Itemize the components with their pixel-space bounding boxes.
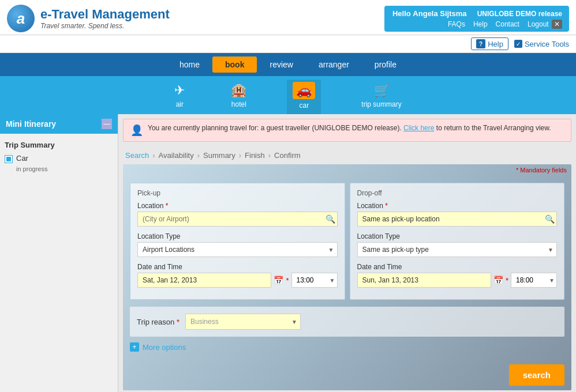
pickup-date-input[interactable] [137,273,271,288]
sub-nav-trip-summary-label: trip summary [361,100,401,108]
user-name: Angela Sijtsma [413,9,466,18]
hotel-icon: 🏨 [231,83,246,98]
trip-reason-area: Trip reason * Business Personal Conferen… [130,307,564,337]
checkbox-indicator [6,157,11,161]
breadcrumb-search[interactable]: Search [125,151,149,160]
logout-x-icon: ✕ [552,20,562,29]
dropoff-location-type-group: Location Type Same as pick-up type Airpo… [357,232,558,257]
breadcrumb-availability: Availability [159,151,194,160]
pickup-section-title: Pick-up [137,189,338,197]
contact-link[interactable]: Contact [496,20,519,28]
trip-reason-select-wrap: Business Personal Conference [185,314,301,330]
dropoff-location-required: * [385,202,388,210]
car-label: Car [16,154,28,163]
trip-reason-row: Trip reason * Business Personal Conferen… [137,314,558,330]
car-checkbox[interactable] [5,155,13,163]
dropoff-location-search-icon[interactable]: 🔍 [545,214,555,224]
sub-nav-air[interactable]: ✈ air [169,81,190,113]
service-tools-button[interactable]: ✓ Service Tools [514,40,569,48]
pickup-section: Pick-up Location * 🔍 Location Type [130,183,345,300]
service-tools-icon: ✓ [514,40,522,48]
plus-icon: + [130,342,139,352]
form-row: Pick-up Location * 🔍 Location Type [123,176,571,307]
breadcrumb-confirm: Confirm [274,151,301,160]
pickup-location-search-icon[interactable]: 🔍 [326,214,335,224]
sub-nav-trip-summary[interactable]: 🛒 trip summary [356,81,407,113]
help-link[interactable]: Help [473,20,488,28]
brand-tagline: Travel smarter. Spend less. [40,22,170,30]
trip-reason-select[interactable]: Business Personal Conference [185,314,301,330]
air-icon: ✈ [174,83,185,98]
sub-nav-car[interactable]: 🚗 car [287,80,321,114]
dropoff-time-select[interactable]: 17:00 17:30 18:00 18:30 [511,273,557,288]
more-options-area: + More options [123,337,571,357]
header-right: Hello Angela Sijtsma UNIGLOBE DEMO relea… [384,6,569,32]
sidebar-car-item: Car [5,152,113,165]
sub-nav-hotel[interactable]: 🏨 hotel [225,81,252,113]
in-progress-label: in progress [5,165,113,172]
dropoff-location-label: Location * [357,202,558,210]
pickup-datetime-group: Date and Time 📅 * 12:00 12:30 13:00 13 [137,263,338,288]
dropoff-location-type-select[interactable]: Same as pick-up type Airport Locations C… [357,242,558,257]
trip-summary-icon: 🛒 [374,83,390,98]
dropoff-calendar-icon[interactable]: 📅 [493,276,503,285]
nav-home[interactable]: home [167,56,212,73]
nav-arranger[interactable]: arranger [306,56,362,73]
alert-text: You are currently planning travel for: a… [148,124,551,132]
chevron-icon-1: › [152,151,155,160]
main-nav: home book review arranger profile [0,53,576,76]
greeting-text: Hello [392,9,411,18]
nav-profile[interactable]: profile [362,56,409,73]
pickup-time-select-wrap: 12:00 12:30 13:00 13:30 [291,273,338,288]
more-options-button[interactable]: + More options [130,342,564,352]
mini-itinerary-title: Mini Itinerary [6,119,56,129]
mandatory-asterisk: * [516,167,518,174]
nav-book[interactable]: book [212,56,257,73]
dropoff-date-required: * [506,276,508,285]
brand-name: e-Travel Management [40,7,170,22]
nav-review[interactable]: review [257,56,305,73]
pickup-location-input-wrap: 🔍 [137,212,338,227]
dropoff-location-input-wrap: 🔍 [357,212,558,227]
main-layout: Mini Itinerary — Trip Summary Car in pro… [0,114,576,392]
search-button[interactable]: search [509,364,564,386]
more-options-label: More options [143,343,186,352]
sidebar: Mini Itinerary — Trip Summary Car in pro… [0,114,118,392]
form-outer: * Mandatory fields Pick-up Location * [123,164,571,390]
pickup-location-type-group: Location Type Airport Locations City Cen… [137,232,338,257]
app-header: a e-Travel Management Travel smarter. Sp… [0,0,576,35]
alert-icon: 👤 [130,124,143,137]
dropoff-location-type-label: Location Type [357,232,558,240]
sub-nav: ✈ air 🏨 hotel 🚗 car 🛒 trip summary [0,76,576,114]
dropoff-datetime-group: Date and Time 📅 * 17:00 17:30 18:00 18 [357,263,558,288]
car-icon: 🚗 [293,82,315,99]
pickup-location-required: * [166,202,169,210]
sidebar-minimize-button[interactable]: — [102,119,112,129]
pickup-location-input[interactable] [137,212,338,227]
sub-nav-hotel-label: hotel [231,100,246,108]
sidebar-trip-summary: Trip Summary [5,138,113,152]
pickup-location-type-select[interactable]: Airport Locations City Center Train Stat… [137,242,338,257]
demo-label: UNIGLOBE DEMO release [477,10,562,18]
help-button[interactable]: ? Help [471,37,508,50]
pickup-date-row: 📅 * 12:00 12:30 13:00 13:30 [137,273,338,288]
pickup-datetime-label: Date and Time [137,263,338,271]
dropoff-location-type-select-wrap: Same as pick-up type Airport Locations C… [357,242,558,257]
pickup-calendar-icon[interactable]: 📅 [274,276,283,285]
logout-link[interactable]: Logout ✕ [528,20,562,28]
dropoff-date-input[interactable] [357,273,491,288]
content-area: 👤 You are currently planning travel for:… [118,114,576,392]
faqs-link[interactable]: FAQs [448,20,465,28]
help-icon: ? [476,39,485,48]
dropoff-location-input[interactable] [357,212,558,227]
alert-link[interactable]: Click here [403,124,434,132]
breadcrumb: Search › Availability › Summary › Finish… [118,146,576,164]
mandatory-text: Mandatory fields [520,167,567,174]
brand-text: e-Travel Management Travel smarter. Spen… [40,7,170,30]
chevron-icon-3: › [239,151,241,160]
top-bar: ? Help ✓ Service Tools [0,35,576,53]
pickup-location-group: Location * 🔍 [137,202,338,227]
dropoff-location-group: Location * 🔍 [357,202,558,227]
pickup-time-select[interactable]: 12:00 12:30 13:00 13:30 [291,273,338,288]
dropoff-date-row: 📅 * 17:00 17:30 18:00 18:30 [357,273,558,288]
